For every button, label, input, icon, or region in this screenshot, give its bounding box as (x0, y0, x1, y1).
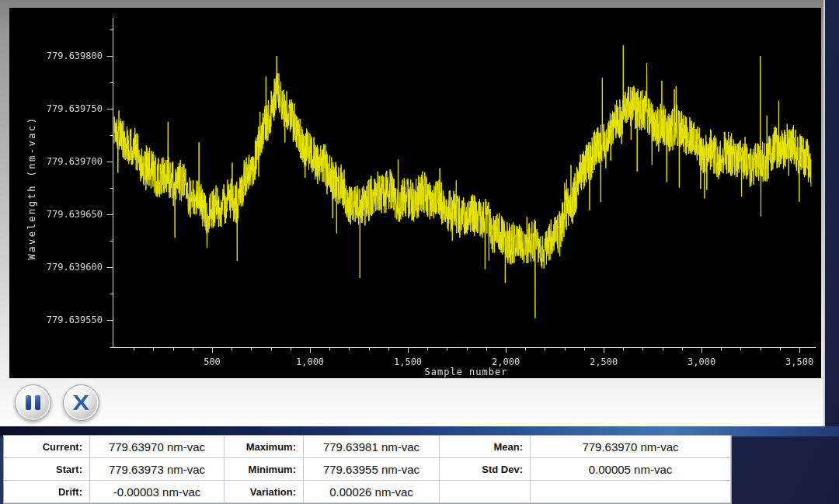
x-tick-label: 3,000 (670, 356, 733, 367)
y-tick-label: 779.639750 (44, 103, 103, 114)
stat-label-empty (440, 481, 531, 503)
chart-panel: Wavelength (nm-vac) Sample number 779.63… (0, 0, 825, 426)
stat-value-drift: -0.00003 nm-vac (90, 481, 225, 503)
stats-table: Current: 779.63970 nm-vac Maximum: 779.6… (3, 435, 732, 504)
pause-icon (26, 395, 40, 410)
stat-label-drift: Drift: (4, 481, 90, 503)
y-tick-label: 779.639700 (44, 156, 103, 167)
stat-value-maximum: 779.63981 nm-vac (304, 436, 440, 458)
x-tick-label: 1,000 (279, 356, 341, 367)
y-tick-label: 779.639550 (44, 315, 103, 325)
stat-value-current: 779.63970 nm-vac (90, 436, 225, 458)
chart-toolbar: X (15, 384, 99, 421)
x-tick-label: 2,000 (475, 356, 537, 367)
stat-label-stddev: Std Dev: (440, 458, 531, 481)
plot-area: Wavelength (nm-vac) Sample number 779.63… (9, 8, 821, 378)
stat-value-stddev: 0.00005 nm-vac (531, 458, 731, 481)
x-axis-title: Sample number (404, 367, 528, 377)
stat-value-variation: 0.00026 nm-vac (304, 481, 440, 503)
y-tick-label: 779.639650 (44, 209, 103, 220)
x-tick-label: 2,500 (573, 356, 635, 367)
close-button[interactable]: X (63, 384, 99, 421)
x-tick-label: 3,500 (768, 356, 830, 367)
stat-value-empty (531, 481, 731, 503)
stat-label-start: Start: (4, 458, 90, 481)
stat-label-mean: Mean: (440, 436, 531, 458)
stat-value-minimum: 779.63955 nm-vac (304, 458, 440, 481)
wavelength-chart-canvas (9, 8, 821, 378)
y-axis-title: Wavelength (nm-vac) (26, 106, 37, 269)
y-tick-label: 779.639800 (44, 50, 103, 61)
x-tick-label: 1,500 (377, 356, 439, 367)
stat-value-start: 779.63973 nm-vac (90, 458, 225, 481)
stat-label-maximum: Maximum: (225, 436, 304, 458)
close-icon: X (73, 392, 89, 414)
y-tick-label: 779.639600 (44, 262, 103, 273)
app-window: { "colors": { "trace": "#e9e600", "chart… (0, 0, 839, 504)
x-tick-label: 500 (181, 356, 243, 367)
stat-label-minimum: Minimum: (225, 458, 304, 481)
stat-label-variation: Variation: (225, 481, 304, 503)
stat-label-current: Current: (4, 436, 90, 458)
stat-value-mean: 779.63970 nm-vac (531, 436, 731, 458)
pause-button[interactable] (15, 384, 51, 421)
